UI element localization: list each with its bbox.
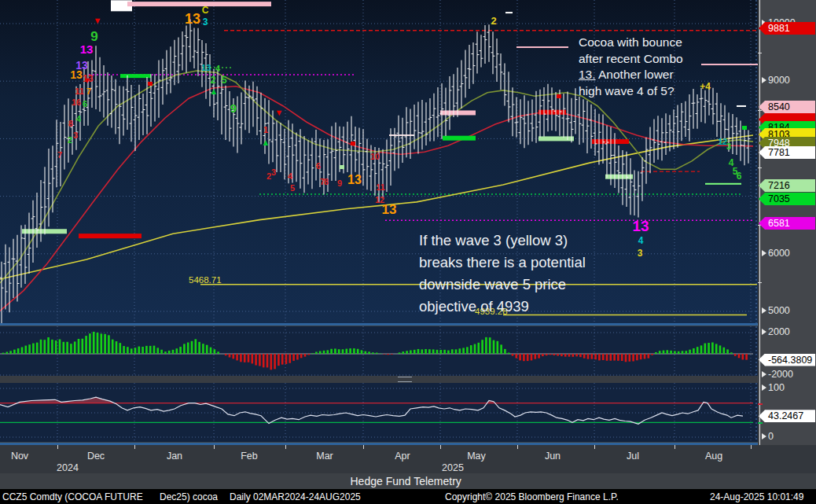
month-label-may: May: [467, 451, 486, 462]
annotation-line: after recent Combo: [579, 51, 683, 68]
tick-arrow-icon: [762, 77, 766, 83]
oscillator-tick-label: 0: [762, 431, 774, 442]
minor-tick: [758, 110, 762, 111]
wave-count-label: 2: [491, 15, 496, 27]
wave-count-label: 11: [376, 182, 385, 192]
annotation-line: downside wave 5 price: [419, 274, 586, 296]
wave-count-label: 11: [75, 86, 84, 96]
brand-band: Hedge Fund Telemetry: [0, 473, 816, 489]
month-label-aug: Aug: [705, 451, 722, 462]
wave-count-label: 9: [230, 101, 237, 115]
wave-count-label: 3: [73, 131, 78, 140]
tick-arrow-icon: [762, 250, 766, 256]
wave-count-label: 6: [737, 171, 742, 182]
month-tick: [517, 445, 518, 449]
minor-tick: [758, 167, 762, 168]
up-arrow-marker: ▲: [262, 138, 270, 147]
wave-count-label: 4: [638, 235, 644, 246]
signal-dot: [340, 165, 344, 169]
wave-count-label: 13: [632, 218, 649, 235]
month-label-jan: Jan: [167, 451, 182, 462]
month-tick: [214, 445, 215, 449]
price-objective-label-5468: 5468.71: [189, 275, 222, 285]
annotation-line: high wave 4 of 5?: [579, 83, 683, 100]
wave-count-label: 1: [263, 125, 268, 134]
price-axis[interactable]: 100009000600050002000-200010009881854081…: [758, 0, 816, 447]
annotation-upper: Cocoa with bounce after recent Combo 13.…: [579, 35, 683, 99]
wave-count-label: 5: [222, 75, 227, 86]
panel-separator: [0, 323, 759, 326]
month-tick: [57, 445, 58, 449]
overbought-tick: [758, 403, 763, 405]
price-tick-label: 9000: [762, 75, 790, 86]
price-tag-8540: 8540: [759, 101, 815, 113]
wave-count-label: C: [202, 5, 209, 16]
down-arrow-marker: ▼: [83, 76, 92, 85]
histogram-tick-label: -2000: [762, 369, 793, 380]
month-label-nov: Nov: [11, 451, 28, 462]
wave-count-label: 5: [290, 183, 295, 193]
wave-count-label: 4: [76, 114, 81, 123]
month-label-apr: Apr: [395, 451, 410, 462]
oversold-tick: [758, 422, 763, 424]
wave-count-label: 2: [211, 75, 216, 86]
wave-count-label: 3: [726, 142, 731, 151]
wave-count-label: 6: [316, 161, 321, 171]
price-tag-7216: 7216: [759, 179, 815, 192]
contract-label: Dec25) cocoa: [160, 491, 218, 502]
price-tag-6581: 6581: [759, 217, 815, 230]
wave-count-label: 16: [72, 97, 81, 107]
wave-count-label: 3: [271, 167, 276, 177]
wave-count-label: 13: [382, 202, 397, 218]
price-tag-9881: 9881: [759, 22, 815, 35]
month-tick: [440, 445, 441, 449]
wave-count-label: 13: [185, 11, 200, 28]
month-label-jun: Jun: [545, 451, 561, 462]
signal-dot: [557, 94, 561, 98]
wave-count-label: 8: [324, 177, 329, 186]
wave-count-label: 3: [203, 17, 208, 28]
annotation-line: 13. Another lower: [579, 67, 683, 83]
down-arrow-marker: ▼: [275, 109, 284, 117]
up-arrow-marker: ▲: [210, 87, 219, 96]
annotation-lower: If the wave 3 (yellow 3) breaks there is…: [419, 230, 586, 318]
minor-tick: [758, 282, 762, 283]
momentum-histogram-panel[interactable]: [0, 326, 758, 376]
month-label-mar: Mar: [316, 451, 333, 462]
annotation-line: breaks there is a potential: [419, 252, 586, 274]
panel-divider[interactable]: [0, 376, 759, 383]
month-tick: [285, 445, 286, 449]
date-range-label: Daily 02MAR2024-24AUG2025: [230, 491, 361, 502]
month-tick: [751, 445, 752, 449]
wave-count-label: 13: [201, 63, 211, 72]
wave-count-label: 13: [347, 173, 362, 187]
ticker-label: CCZ5 Comdty (COCOA FUTURE: [2, 491, 143, 502]
wave-count-label: 6: [83, 99, 87, 109]
wave-count-label: 13: [70, 68, 83, 81]
month-tick: [674, 445, 675, 449]
datetime-label: 24-Aug-2025 10:01:49: [710, 491, 803, 502]
wave-count-label: 9: [337, 178, 342, 188]
oscillator-tick-label: 100: [762, 382, 785, 393]
histogram-value-tag: -564.3809: [759, 354, 815, 366]
wave-count-label: 7: [86, 86, 91, 96]
divider-grip[interactable]: [398, 377, 412, 382]
wave-count-label: 3: [638, 248, 643, 259]
wave-count-label: 7: [57, 150, 62, 160]
month-tick: [134, 445, 135, 449]
wave-count-label: +4: [700, 81, 711, 92]
year-label-2025: 2025: [442, 462, 464, 473]
month-label-feb: Feb: [241, 451, 258, 462]
wave-count-label: 10: [370, 152, 380, 161]
wave-count-label: 8: [68, 119, 73, 128]
signal-dot: [742, 126, 747, 130]
month-tick: [594, 445, 595, 449]
status-bar: CCZ5 Comdty (COCOA FUTURE Dec25) cocoa D…: [0, 489, 816, 504]
annotation-line: objective of 4939: [419, 296, 586, 318]
price-tick-label: 6000: [762, 248, 790, 259]
histogram-tick-label: 2000: [762, 326, 790, 337]
price-tick-label: 5000: [762, 305, 790, 316]
annotation-line: Cocoa with bounce: [579, 35, 683, 51]
brand-text: Hedge Fund Telemetry: [350, 475, 461, 487]
oscillator-panel[interactable]: [0, 383, 758, 442]
